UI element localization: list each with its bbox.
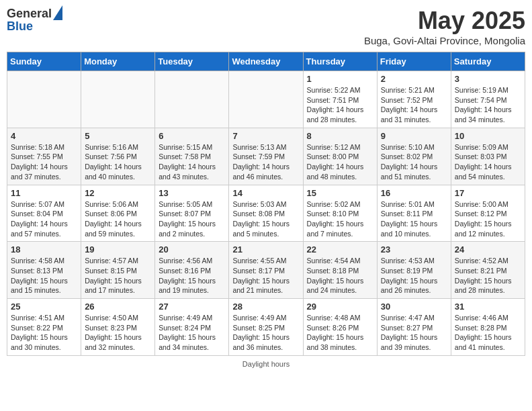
calendar-day-header: Monday — [81, 52, 155, 71]
calendar-day-cell: 6Sunrise: 5:15 AM Sunset: 7:58 PM Daylig… — [155, 128, 229, 185]
calendar-day-cell: 31Sunrise: 4:46 AM Sunset: 8:28 PM Dayli… — [451, 299, 525, 356]
calendar-week-row: 4Sunrise: 5:18 AM Sunset: 7:55 PM Daylig… — [7, 128, 525, 185]
day-number: 18 — [11, 244, 77, 255]
day-info: Sunrise: 5:19 AM Sunset: 7:54 PM Dayligh… — [455, 85, 521, 125]
day-info: Sunrise: 4:49 AM Sunset: 8:24 PM Dayligh… — [159, 313, 225, 353]
calendar-day-cell: 23Sunrise: 4:53 AM Sunset: 8:19 PM Dayli… — [377, 242, 451, 299]
calendar-day-cell: 21Sunrise: 4:55 AM Sunset: 8:17 PM Dayli… — [229, 242, 303, 299]
calendar-day-header: Friday — [377, 52, 451, 71]
calendar-day-cell: 12Sunrise: 5:06 AM Sunset: 8:06 PM Dayli… — [81, 185, 155, 242]
day-number: 8 — [307, 131, 373, 141]
day-info: Sunrise: 4:51 AM Sunset: 8:22 PM Dayligh… — [11, 313, 77, 353]
calendar-day-cell: 3Sunrise: 5:19 AM Sunset: 7:54 PM Daylig… — [451, 71, 525, 128]
day-info: Sunrise: 5:16 AM Sunset: 7:56 PM Dayligh… — [85, 142, 151, 182]
logo-blue-text: Blue — [7, 20, 33, 34]
calendar-day-cell: 14Sunrise: 5:03 AM Sunset: 8:08 PM Dayli… — [229, 185, 303, 242]
day-number: 20 — [159, 244, 225, 255]
day-info: Sunrise: 5:12 AM Sunset: 8:00 PM Dayligh… — [307, 142, 373, 182]
day-number: 31 — [455, 302, 521, 312]
calendar-day-cell: 25Sunrise: 4:51 AM Sunset: 8:22 PM Dayli… — [7, 299, 81, 356]
day-info: Sunrise: 5:10 AM Sunset: 8:02 PM Dayligh… — [381, 142, 447, 182]
calendar-day-cell: 29Sunrise: 4:48 AM Sunset: 8:26 PM Dayli… — [303, 299, 377, 356]
day-number: 11 — [11, 188, 77, 198]
day-info: Sunrise: 4:46 AM Sunset: 8:28 PM Dayligh… — [455, 313, 521, 353]
day-info: Sunrise: 4:55 AM Sunset: 8:17 PM Dayligh… — [232, 256, 299, 295]
day-info: Sunrise: 4:50 AM Sunset: 8:23 PM Dayligh… — [85, 313, 151, 353]
day-number: 1 — [307, 74, 373, 84]
calendar-week-row: 18Sunrise: 4:58 AM Sunset: 8:13 PM Dayli… — [7, 242, 525, 299]
calendar-day-cell: 5Sunrise: 5:16 AM Sunset: 7:56 PM Daylig… — [81, 128, 155, 185]
day-number: 5 — [85, 131, 151, 141]
day-number: 27 — [159, 302, 225, 312]
calendar-day-cell: 15Sunrise: 5:02 AM Sunset: 8:10 PM Dayli… — [303, 185, 377, 242]
logo: General Blue — [7, 7, 62, 34]
calendar-day-cell — [229, 71, 303, 128]
title-section: May 2025 Buga, Govi-Altai Province, Mong… — [364, 7, 525, 46]
day-info: Sunrise: 4:54 AM Sunset: 8:18 PM Dayligh… — [307, 256, 373, 295]
calendar-day-header: Thursday — [303, 52, 377, 71]
calendar-day-cell: 26Sunrise: 4:50 AM Sunset: 8:23 PM Dayli… — [81, 299, 155, 356]
day-info: Sunrise: 5:01 AM Sunset: 8:11 PM Dayligh… — [381, 199, 447, 239]
day-number: 6 — [159, 131, 225, 141]
day-info: Sunrise: 5:15 AM Sunset: 7:58 PM Dayligh… — [159, 142, 225, 182]
calendar-day-header: Wednesday — [229, 52, 303, 71]
day-number: 9 — [381, 131, 447, 141]
calendar-day-cell: 18Sunrise: 4:58 AM Sunset: 8:13 PM Dayli… — [7, 242, 81, 299]
day-number: 25 — [11, 302, 77, 312]
calendar-header-row: SundayMondayTuesdayWednesdayThursdayFrid… — [7, 52, 525, 71]
day-number: 24 — [455, 244, 521, 255]
day-info: Sunrise: 4:53 AM Sunset: 8:19 PM Dayligh… — [381, 256, 447, 295]
day-number: 10 — [455, 131, 521, 141]
day-info: Sunrise: 5:09 AM Sunset: 8:03 PM Dayligh… — [455, 142, 521, 182]
calendar-day-cell: 7Sunrise: 5:13 AM Sunset: 7:59 PM Daylig… — [229, 128, 303, 185]
day-number: 13 — [159, 188, 225, 198]
day-info: Sunrise: 5:18 AM Sunset: 7:55 PM Dayligh… — [11, 142, 77, 182]
calendar-day-cell — [7, 71, 81, 128]
day-number: 4 — [11, 131, 77, 141]
day-info: Sunrise: 5:22 AM Sunset: 7:51 PM Dayligh… — [307, 85, 373, 125]
calendar-day-header: Tuesday — [155, 52, 229, 71]
day-number: 14 — [232, 188, 299, 198]
logo-triangle-icon — [53, 5, 62, 20]
page-header: General Blue May 2025 Buga, Govi-Altai P… — [7, 7, 525, 46]
logo-general-text: General — [7, 7, 52, 21]
day-info: Sunrise: 5:03 AM Sunset: 8:08 PM Dayligh… — [232, 199, 299, 239]
day-info: Sunrise: 4:48 AM Sunset: 8:26 PM Dayligh… — [307, 313, 373, 353]
calendar-day-cell: 13Sunrise: 5:05 AM Sunset: 8:07 PM Dayli… — [155, 185, 229, 242]
day-number: 2 — [381, 74, 447, 84]
calendar-week-row: 25Sunrise: 4:51 AM Sunset: 8:22 PM Dayli… — [7, 299, 525, 356]
calendar-day-cell: 4Sunrise: 5:18 AM Sunset: 7:55 PM Daylig… — [7, 128, 81, 185]
day-number: 26 — [85, 302, 151, 312]
day-number: 19 — [85, 244, 151, 255]
day-number: 21 — [232, 244, 299, 255]
calendar-day-cell — [155, 71, 229, 128]
calendar-day-cell: 1Sunrise: 5:22 AM Sunset: 7:51 PM Daylig… — [303, 71, 377, 128]
location-subtitle: Buga, Govi-Altai Province, Mongolia — [364, 35, 525, 46]
calendar-table: SundayMondayTuesdayWednesdayThursdayFrid… — [7, 52, 525, 356]
day-info: Sunrise: 5:00 AM Sunset: 8:12 PM Dayligh… — [455, 199, 521, 239]
day-info: Sunrise: 4:56 AM Sunset: 8:16 PM Dayligh… — [159, 256, 225, 295]
day-info: Sunrise: 4:52 AM Sunset: 8:21 PM Dayligh… — [455, 256, 521, 295]
day-number: 17 — [455, 188, 521, 198]
day-number: 22 — [307, 244, 373, 255]
day-number: 30 — [381, 302, 447, 312]
day-number: 15 — [307, 188, 373, 198]
day-number: 16 — [381, 188, 447, 198]
calendar-day-cell: 24Sunrise: 4:52 AM Sunset: 8:21 PM Dayli… — [451, 242, 525, 299]
calendar-day-cell: 2Sunrise: 5:21 AM Sunset: 7:52 PM Daylig… — [377, 71, 451, 128]
calendar-day-header: Saturday — [451, 52, 525, 71]
day-info: Sunrise: 5:13 AM Sunset: 7:59 PM Dayligh… — [232, 142, 299, 182]
calendar-day-cell: 8Sunrise: 5:12 AM Sunset: 8:00 PM Daylig… — [303, 128, 377, 185]
day-number: 3 — [455, 74, 521, 84]
day-info: Sunrise: 4:47 AM Sunset: 8:27 PM Dayligh… — [381, 313, 447, 353]
day-number: 12 — [85, 188, 151, 198]
calendar-day-cell: 17Sunrise: 5:00 AM Sunset: 8:12 PM Dayli… — [451, 185, 525, 242]
day-info: Sunrise: 5:06 AM Sunset: 8:06 PM Dayligh… — [85, 199, 151, 239]
calendar-day-cell: 30Sunrise: 4:47 AM Sunset: 8:27 PM Dayli… — [377, 299, 451, 356]
calendar-week-row: 1Sunrise: 5:22 AM Sunset: 7:51 PM Daylig… — [7, 71, 525, 128]
calendar-day-cell: 11Sunrise: 5:07 AM Sunset: 8:04 PM Dayli… — [7, 185, 81, 242]
calendar-day-cell: 22Sunrise: 4:54 AM Sunset: 8:18 PM Dayli… — [303, 242, 377, 299]
calendar-day-cell: 20Sunrise: 4:56 AM Sunset: 8:16 PM Dayli… — [155, 242, 229, 299]
month-title: May 2025 — [364, 7, 525, 35]
day-info: Sunrise: 5:21 AM Sunset: 7:52 PM Dayligh… — [381, 85, 447, 125]
